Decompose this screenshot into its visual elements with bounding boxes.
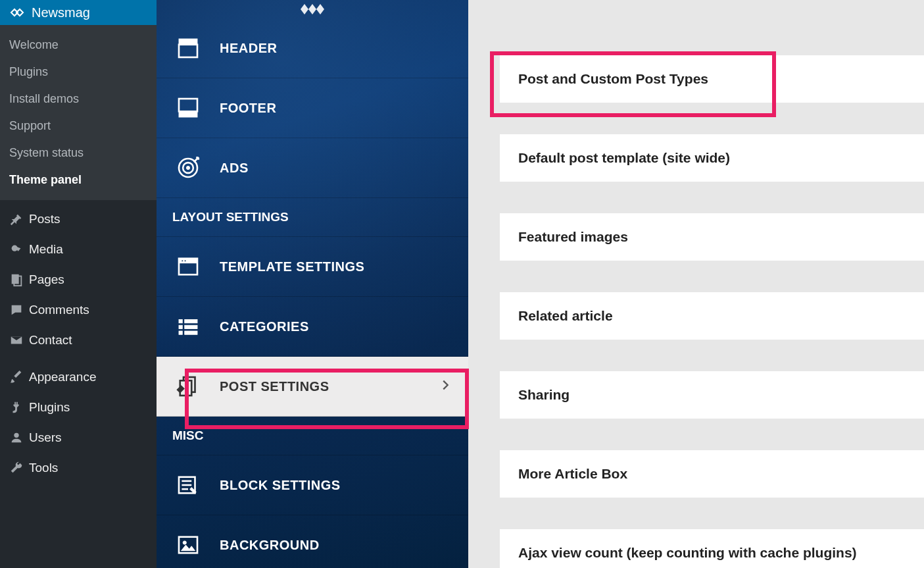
nav-background[interactable]: BACKGROUND xyxy=(157,515,468,568)
menu-posts[interactable]: Posts xyxy=(0,204,157,234)
svg-rect-17 xyxy=(185,320,197,323)
panel-featured-images[interactable]: Featured images xyxy=(500,213,924,261)
svg-rect-19 xyxy=(185,325,197,328)
nav-footer[interactable]: FOOTER xyxy=(157,78,468,138)
menu-media-label: Media xyxy=(29,242,63,257)
menu-contact-label: Contact xyxy=(29,333,72,348)
svg-rect-6 xyxy=(179,45,197,57)
user-icon xyxy=(9,430,29,445)
svg-rect-21 xyxy=(185,331,197,334)
panel-post-cpt[interactable]: Post and Custom Post Types xyxy=(500,55,924,103)
wp-current-theme[interactable]: Newsmag xyxy=(0,0,157,25)
menu-plugins[interactable]: Plugins xyxy=(0,392,157,423)
panel-more-article-box[interactable]: More Article Box xyxy=(500,450,924,498)
nav-block-settings[interactable]: BLOCK SETTINGS xyxy=(157,455,468,515)
menu-pages-label: Pages xyxy=(29,272,64,287)
submenu-install-demos[interactable]: Install demos xyxy=(0,86,157,113)
svg-rect-7 xyxy=(179,99,197,111)
theme-settings-nav: HEADER FOOTER ADS LAYOUT SETTINGS TEMPLA… xyxy=(157,0,468,568)
wrench-icon xyxy=(9,461,29,475)
menu-pages[interactable]: Pages xyxy=(0,265,157,295)
theme-logo xyxy=(157,0,468,18)
menu-contact[interactable]: Contact xyxy=(0,325,157,355)
menu-users-label: Users xyxy=(29,430,62,445)
svg-point-11 xyxy=(186,166,189,169)
submenu-system-status[interactable]: System status xyxy=(0,140,157,167)
template-icon xyxy=(172,253,204,280)
pin-icon xyxy=(9,212,29,226)
submenu-theme-panel[interactable]: Theme panel xyxy=(0,167,157,194)
menu-appearance-label: Appearance xyxy=(29,370,96,384)
panel-ajax-view-count[interactable]: Ajax view count (keep counting with cach… xyxy=(500,529,924,568)
section-misc: MISC xyxy=(157,417,468,455)
svg-rect-20 xyxy=(179,331,182,334)
svg-point-4 xyxy=(14,433,18,438)
nav-header-label: HEADER xyxy=(220,41,452,56)
comments-icon xyxy=(9,303,29,317)
wp-current-theme-label: Newsmag xyxy=(32,5,90,20)
nav-template-settings-label: TEMPLATE SETTINGS xyxy=(220,259,452,274)
nav-categories-label: CATEGORIES xyxy=(220,319,452,334)
post-edit-icon xyxy=(172,373,204,400)
submenu-welcome[interactable]: Welcome xyxy=(0,32,157,59)
svg-point-15 xyxy=(184,260,186,262)
nav-footer-label: FOOTER xyxy=(220,101,452,116)
menu-posts-label: Posts xyxy=(29,212,61,226)
submenu-support[interactable]: Support xyxy=(0,113,157,140)
chevron-right-icon xyxy=(438,378,452,396)
panel-related-article[interactable]: Related article xyxy=(500,292,924,340)
block-edit-icon xyxy=(172,471,204,499)
svg-point-29 xyxy=(183,541,186,544)
nav-block-settings-label: BLOCK SETTINGS xyxy=(220,478,452,493)
image-icon xyxy=(172,531,204,559)
mail-icon xyxy=(9,333,29,348)
menu-media[interactable]: Media xyxy=(0,234,157,265)
menu-comments[interactable]: Comments xyxy=(0,295,157,325)
menu-plugins-label: Plugins xyxy=(29,400,70,415)
menu-comments-label: Comments xyxy=(29,303,89,317)
pages-icon xyxy=(9,272,29,287)
svg-rect-8 xyxy=(179,111,197,117)
nav-template-settings[interactable]: TEMPLATE SETTINGS xyxy=(157,237,468,297)
footer-icon xyxy=(172,94,204,122)
menu-tools[interactable]: Tools xyxy=(0,453,157,483)
nav-header[interactable]: HEADER xyxy=(157,18,468,78)
wp-submenu: Welcome Plugins Install demos Support Sy… xyxy=(0,25,157,200)
nav-ads-label: ADS xyxy=(220,161,452,176)
section-layout-settings: LAYOUT SETTINGS xyxy=(157,198,468,237)
wp-admin-sidebar: Newsmag Welcome Plugins Install demos Su… xyxy=(0,0,157,568)
newsmag-icon xyxy=(9,5,25,20)
submenu-plugins[interactable]: Plugins xyxy=(0,59,157,86)
svg-rect-18 xyxy=(179,325,182,328)
plug-icon xyxy=(9,400,29,415)
nav-post-settings[interactable]: POST SETTINGS xyxy=(157,357,468,417)
nav-categories[interactable]: CATEGORIES xyxy=(157,297,468,357)
menu-appearance[interactable]: Appearance xyxy=(0,362,157,392)
list-icon xyxy=(172,313,204,340)
menu-users[interactable]: Users xyxy=(0,423,157,453)
header-icon xyxy=(172,34,204,62)
menu-tools-label: Tools xyxy=(29,461,58,475)
panel-sharing[interactable]: Sharing xyxy=(500,371,924,419)
svg-point-14 xyxy=(182,260,183,262)
settings-content-panel: Post and Custom Post Types Default post … xyxy=(468,0,924,568)
nav-post-settings-label: POST SETTINGS xyxy=(220,379,422,394)
nav-ads[interactable]: ADS xyxy=(157,138,468,198)
nav-background-label: BACKGROUND xyxy=(220,538,452,553)
target-icon xyxy=(172,154,204,182)
panel-default-post-template[interactable]: Default post template (site wide) xyxy=(500,134,924,182)
brush-icon xyxy=(9,370,29,384)
media-icon xyxy=(9,242,29,257)
svg-rect-16 xyxy=(179,320,182,323)
wp-main-menu: Posts Media Pages Comments Contact Appea… xyxy=(0,200,157,483)
